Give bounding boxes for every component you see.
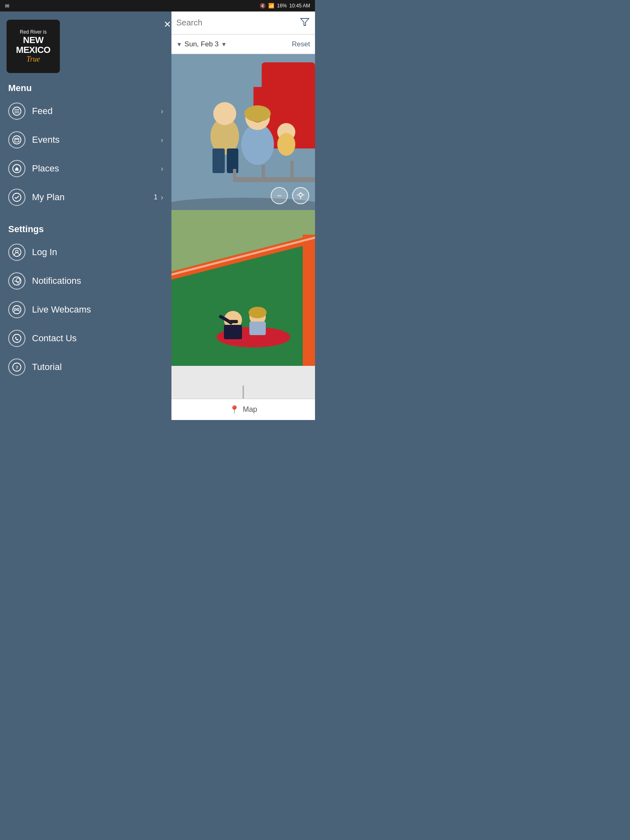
search-bar (171, 11, 315, 34)
feed-chevron: › (161, 107, 163, 116)
menu-section-title: Menu (7, 83, 171, 94)
contact-icon (8, 330, 25, 347)
svg-point-13 (13, 248, 21, 256)
feed-icon (8, 103, 25, 120)
status-right: 🔇 📶 16% 10:45 AM (260, 3, 310, 9)
app-logo: Red River is NEW MEXICO True (7, 20, 60, 73)
family-image (171, 54, 315, 210)
sidebar-item-events[interactable]: Events › (7, 126, 171, 154)
reset-button[interactable]: Reset (292, 40, 310, 48)
time-display: 10:45 AM (289, 3, 310, 9)
webcams-label: Live Webcams (32, 304, 168, 315)
svg-rect-55 (228, 320, 238, 323)
main-layout: Red River is NEW MEXICO True Menu Feed › (0, 11, 315, 420)
settings-section-title: Settings (7, 224, 171, 235)
battery-text: 16% (277, 3, 287, 9)
search-input[interactable] (176, 18, 299, 27)
close-button[interactable]: ✕ (160, 17, 175, 32)
login-label: Log In (32, 247, 168, 258)
tutorial-label: Tutorial (32, 362, 168, 372)
svg-rect-5 (15, 138, 19, 142)
svg-rect-40 (262, 165, 265, 179)
svg-marker-47 (303, 235, 315, 366)
svg-rect-51 (224, 325, 242, 339)
sidebar-item-myplan[interactable]: My Plan 1 › (7, 183, 171, 212)
svg-rect-54 (249, 322, 266, 335)
map-pin-icon: 📍 (229, 405, 240, 415)
map-bar[interactable]: 📍 Map (171, 399, 315, 420)
sidebar-item-notifications[interactable]: Notifications (7, 267, 171, 295)
svg-point-21 (13, 334, 21, 342)
sidebar-item-tutorial[interactable]: ? Tutorial (7, 353, 171, 381)
date-left-arrow[interactable]: ▼ (176, 41, 182, 48)
svg-point-42 (299, 193, 302, 196)
slide-image-card (171, 210, 315, 366)
events-icon (8, 131, 25, 148)
family-image-card: − (171, 54, 315, 210)
image-controls: − (271, 187, 309, 204)
logo-main-text: NEW MEXICO (11, 35, 56, 55)
sidebar-item-contact[interactable]: Contact Us (7, 324, 171, 353)
svg-rect-11 (15, 169, 18, 171)
svg-text:?: ? (16, 364, 18, 370)
wifi-icon: 📶 (268, 3, 274, 9)
zoom-out-button[interactable]: − (271, 187, 288, 204)
webcams-icon (8, 301, 25, 318)
sidebar-item-webcams[interactable]: Live Webcams (7, 295, 171, 324)
events-label: Events (32, 135, 161, 145)
status-left: ✉ (5, 3, 9, 9)
mail-icon: ✉ (5, 3, 9, 9)
svg-point-16 (16, 278, 20, 282)
location-button[interactable] (292, 187, 309, 204)
places-icon (8, 160, 25, 177)
svg-point-14 (16, 250, 18, 253)
svg-rect-32 (227, 148, 238, 173)
myplan-badge: 1 (154, 194, 158, 201)
svg-point-17 (17, 282, 19, 283)
feed-label: Feed (32, 106, 161, 116)
notifications-label: Notifications (32, 276, 168, 286)
svg-point-4 (13, 136, 21, 144)
filter-icon[interactable] (299, 16, 310, 30)
svg-point-37 (277, 133, 295, 156)
svg-rect-38 (233, 177, 315, 182)
login-icon (8, 244, 25, 261)
myplan-chevron: › (161, 193, 163, 202)
places-chevron: › (161, 164, 163, 173)
svg-point-35 (244, 105, 271, 122)
status-bar: ✉ 🔇 📶 16% 10:45 AM (0, 0, 315, 11)
sidebar-item-feed[interactable]: Feed › (7, 97, 171, 126)
sidebar-item-login[interactable]: Log In (7, 238, 171, 267)
notifications-icon (8, 272, 25, 290)
tutorial-icon: ? (8, 358, 25, 376)
logo-top-text: Red River is (20, 29, 46, 35)
date-bar: ▼ Sun, Feb 3 ▼ Reset (171, 34, 315, 54)
logo-script-text: True (26, 55, 40, 64)
places-label: Places (32, 163, 161, 174)
settings-spacer (7, 212, 171, 224)
date-left: ▼ Sun, Feb 3 ▼ (176, 40, 227, 48)
svg-marker-10 (16, 167, 18, 169)
svg-point-53 (249, 307, 267, 318)
slide-image (171, 210, 315, 366)
sidebar: Red River is NEW MEXICO True Menu Feed › (0, 11, 171, 420)
date-text: Sun, Feb 3 (185, 40, 219, 48)
myplan-label: My Plan (32, 192, 154, 203)
mute-icon: 🔇 (260, 3, 266, 9)
myplan-icon (8, 189, 25, 206)
contact-label: Contact Us (32, 333, 168, 344)
date-dropdown-arrow[interactable]: ▼ (221, 41, 227, 48)
scroll-indicator (243, 386, 244, 399)
events-chevron: › (161, 136, 163, 144)
svg-point-30 (213, 102, 236, 125)
images-area: − (171, 54, 315, 399)
sidebar-item-places[interactable]: Places › (7, 154, 171, 183)
svg-rect-39 (233, 169, 236, 179)
svg-rect-31 (212, 148, 225, 173)
right-panel: ✕ ▼ Sun, Feb 3 ▼ Reset (171, 11, 315, 420)
map-bar-label: Map (243, 405, 257, 414)
svg-marker-24 (301, 18, 309, 25)
svg-rect-41 (290, 161, 294, 179)
